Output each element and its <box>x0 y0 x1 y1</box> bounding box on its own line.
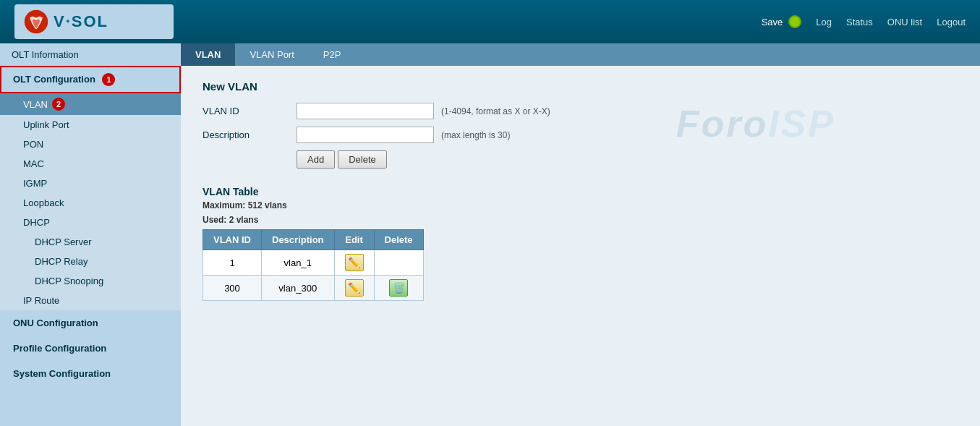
max-vlans-label: Maximum: 512 vlans <box>203 200 958 210</box>
sidebar-item-olt-information[interactable]: OLT Information <box>0 43 181 66</box>
col-description: Description <box>262 230 335 250</box>
sidebar-item-dhcp-snooping[interactable]: DHCP Snooping <box>0 271 181 291</box>
table-row: 300vlan_300✏️🗑️ <box>203 276 424 301</box>
tab-p2p[interactable]: P2P <box>309 43 356 66</box>
sidebar-item-onu-configuration[interactable]: ONU Configuration <box>0 310 181 336</box>
vlan-desc-cell: vlan_1 <box>262 250 335 276</box>
new-vlan-title: New VLAN <box>203 80 958 93</box>
logo-text: V·SOL <box>54 12 108 31</box>
page-content: ForoISP New VLAN VLAN ID (1-4094, format… <box>181 66 980 315</box>
header-nav: Log Status ONU list Logout <box>816 17 966 27</box>
form-buttons: Add Delete <box>297 150 958 169</box>
sidebar-item-pon[interactable]: PON <box>0 135 181 154</box>
status-link[interactable]: Status <box>846 17 873 27</box>
description-input[interactable] <box>297 127 434 143</box>
edit-icon-button[interactable]: ✏️ <box>345 254 364 271</box>
main-layout: OLT Information OLT Configuration 1 VLAN… <box>0 43 980 426</box>
sidebar: OLT Information OLT Configuration 1 VLAN… <box>0 43 181 426</box>
vlan-id-hint: (1-4094, format as X or X-X) <box>441 106 550 116</box>
tab-bar: VLAN VLAN Port P2P <box>181 43 980 66</box>
sidebar-item-dhcp-relay[interactable]: DHCP Relay <box>0 252 181 271</box>
logo-area: V·SOL <box>14 4 174 39</box>
content-area: VLAN VLAN Port P2P ForoISP New VLAN VLAN… <box>181 43 980 426</box>
used-vlans-label: Used: 2 vlans <box>203 215 958 225</box>
delete-icon-button[interactable]: 🗑️ <box>389 279 408 297</box>
onu-list-link[interactable]: ONU list <box>887 17 922 27</box>
header-actions: Save Log Status ONU list Logout <box>762 15 966 28</box>
vlan-desc-cell: vlan_300 <box>262 276 335 301</box>
vlan-edit-cell: ✏️ <box>334 276 374 301</box>
sidebar-item-mac[interactable]: MAC <box>0 154 181 174</box>
vlan-table: VLAN ID Description Edit Delete 1vlan_1✏… <box>203 229 424 301</box>
logout-link[interactable]: Logout <box>937 17 966 27</box>
vlan-id-label: VLAN ID <box>203 106 289 116</box>
vsol-logo-icon <box>23 9 49 35</box>
edit-icon-button[interactable]: ✏️ <box>345 279 364 297</box>
tab-vlan[interactable]: VLAN <box>181 43 235 66</box>
log-link[interactable]: Log <box>816 17 832 27</box>
description-hint: (max length is 30) <box>441 130 510 140</box>
table-row: 1vlan_1✏️ <box>203 250 424 276</box>
badge-1: 1 <box>102 73 115 86</box>
vlan-id-cell: 1 <box>203 250 262 276</box>
sidebar-item-dhcp-server[interactable]: DHCP Server <box>0 232 181 252</box>
vlan-delete-cell <box>374 250 423 276</box>
sidebar-item-olt-configuration[interactable]: OLT Configuration 1 <box>0 66 181 93</box>
col-delete: Delete <box>374 230 423 250</box>
status-indicator <box>788 15 801 28</box>
vlan-table-section: VLAN Table Maximum: 512 vlans Used: 2 vl… <box>203 186 958 301</box>
vlan-delete-cell: 🗑️ <box>374 276 423 301</box>
vlan-id-input[interactable] <box>297 103 434 119</box>
vlan-id-row: VLAN ID (1-4094, format as X or X-X) <box>203 103 958 119</box>
delete-button[interactable]: Delete <box>338 150 387 169</box>
sidebar-item-system-configuration[interactable]: System Configuration <box>0 361 181 386</box>
vlan-table-title: VLAN Table <box>203 186 958 197</box>
col-vlan-id: VLAN ID <box>203 230 262 250</box>
sidebar-item-profile-configuration[interactable]: Profile Configuration <box>0 336 181 361</box>
description-row: Description (max length is 30) <box>203 127 958 143</box>
save-area: Save <box>762 15 802 28</box>
description-label: Description <box>203 129 289 140</box>
tab-vlan-port[interactable]: VLAN Port <box>235 43 308 66</box>
sidebar-item-vlan[interactable]: VLAN 2 <box>0 93 181 115</box>
sidebar-item-igmp[interactable]: IGMP <box>0 174 181 193</box>
sidebar-item-loopback[interactable]: Loopback <box>0 193 181 213</box>
badge-2: 2 <box>52 98 65 111</box>
col-edit: Edit <box>334 230 374 250</box>
sidebar-item-ip-route[interactable]: IP Route <box>0 291 181 310</box>
vlan-id-cell: 300 <box>203 276 262 301</box>
sidebar-item-dhcp[interactable]: DHCP <box>0 213 181 232</box>
sidebar-item-uplink-port[interactable]: Uplink Port <box>0 115 181 135</box>
add-button[interactable]: Add <box>297 150 335 169</box>
save-label[interactable]: Save <box>762 17 783 27</box>
vlan-edit-cell: ✏️ <box>334 250 374 276</box>
